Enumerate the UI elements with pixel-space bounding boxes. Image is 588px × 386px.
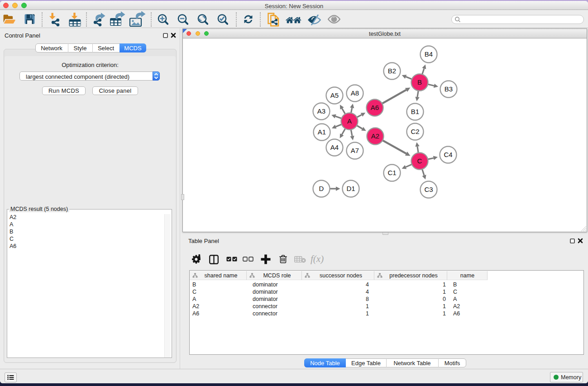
svg-text:A5: A5 — [330, 91, 339, 99]
svg-text:C1: C1 — [387, 169, 396, 176]
svg-text:C4: C4 — [444, 151, 452, 158]
svg-text:A4: A4 — [330, 143, 339, 151]
svg-text:B4: B4 — [425, 50, 433, 58]
svg-text:A7: A7 — [351, 147, 359, 154]
svg-text:A3: A3 — [317, 107, 325, 115]
svg-text:D: D — [319, 185, 324, 192]
svg-text:C: C — [417, 157, 422, 165]
svg-text:A8: A8 — [351, 89, 359, 97]
svg-text:A1: A1 — [318, 128, 326, 136]
svg-text:A6: A6 — [371, 104, 379, 111]
svg-text:B2: B2 — [388, 67, 396, 75]
svg-text:A2: A2 — [371, 132, 379, 140]
svg-text:C2: C2 — [411, 128, 419, 135]
svg-text:B3: B3 — [445, 85, 453, 93]
svg-text:C3: C3 — [424, 186, 433, 193]
svg-text:B1: B1 — [411, 108, 419, 115]
svg-text:D1: D1 — [346, 185, 355, 192]
svg-text:A: A — [347, 117, 352, 125]
svg-text:B: B — [417, 78, 422, 86]
